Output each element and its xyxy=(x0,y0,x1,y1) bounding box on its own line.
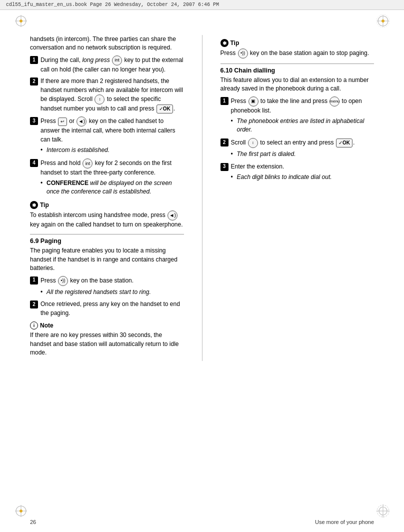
section-69-title: 6.9 Paging xyxy=(30,238,184,244)
header-text: cdl55_ifu_master_en_us.book Page 26 Wedn… xyxy=(6,2,219,8)
page-footer: 26 Use more of your phone xyxy=(0,519,404,525)
note-label: Note xyxy=(40,322,54,329)
substep-list: The first part is dialed. xyxy=(231,150,374,158)
int-button-2: int xyxy=(82,158,92,168)
substep-list: The phonebook entries are listed in alph… xyxy=(231,117,374,134)
substep-list: CONFERENCE will be displayed on the scre… xyxy=(40,179,184,196)
step-number: 1 xyxy=(30,56,38,64)
section-divider-right xyxy=(220,64,374,64)
ok-button-2: ✓OK xyxy=(336,138,352,148)
list-item: 1 Press •)) key on the base station. All… xyxy=(30,276,184,298)
step-number: 3 xyxy=(30,117,38,125)
list-item: Intercom is established. xyxy=(40,146,184,154)
step-number: 2 xyxy=(30,78,38,86)
tip-title: ✱ Tip xyxy=(220,39,374,47)
page-button: •)) xyxy=(58,276,68,286)
corner-mark-bl xyxy=(14,504,28,518)
section-610-intro: This feature allows you to dial an exten… xyxy=(220,76,374,94)
corner-mark-tl xyxy=(14,14,28,28)
list-item: The first part is dialed. xyxy=(231,150,374,158)
paging-steps-list: 1 Press •)) key on the base station. All… xyxy=(30,276,184,318)
page-number: 26 xyxy=(30,519,36,525)
list-item: 2 Scroll ↕ to select an entry and press … xyxy=(220,138,374,160)
call-button: ↩ xyxy=(58,118,67,126)
list-item: 3 Enter the extension. Each digit blinks… xyxy=(220,162,374,182)
note-text: If there are no key presses within 30 se… xyxy=(30,331,184,357)
tip-label: Tip xyxy=(230,40,240,46)
list-item: 4 Press and hold int key for 2 seconds o… xyxy=(30,158,184,197)
step-number: 1 xyxy=(30,276,38,284)
list-item: Each digit blinks to indicate dial out. xyxy=(231,173,374,182)
section-610-title: 6.10 Chain dialling xyxy=(220,67,374,74)
svg-point-7 xyxy=(382,20,384,22)
section-divider xyxy=(30,234,184,234)
note-title: i Note xyxy=(30,322,184,330)
section-69-intro: The paging feature enables you to locate… xyxy=(30,246,184,272)
ok-button: ✓OK xyxy=(156,104,173,114)
tip-text: To establish intercom using handsfree mo… xyxy=(30,210,184,229)
line-button: ▣ xyxy=(248,96,258,106)
speaker-button: ◄) xyxy=(76,116,86,126)
intro-text: handsets (in intercom). The three partie… xyxy=(30,35,184,52)
step-number: 2 xyxy=(220,138,228,146)
list-item: The phonebook entries are listed in alph… xyxy=(231,117,374,134)
chain-dial-steps-list: 1 Press ▣ to take the line and press men… xyxy=(220,96,374,182)
page-header: cdl55_ifu_master_en_us.book Page 26 Wedn… xyxy=(0,0,404,10)
step-number: 3 xyxy=(220,163,228,171)
intercom-steps-list: 1 During the call, long press int key to… xyxy=(30,56,184,197)
right-column: ✱ Tip Press •)) key on the base station … xyxy=(220,35,374,361)
scroll-button: ↕ xyxy=(94,94,104,104)
tip-block-2: ✱ Tip Press •)) key on the base station … xyxy=(220,39,374,58)
tip-block-1: ✱ Tip To establish intercom using handsf… xyxy=(30,201,184,229)
tip-label: Tip xyxy=(40,202,49,208)
list-item: CONFERENCE will be displayed on the scre… xyxy=(40,179,184,196)
page-stop-button: •)) xyxy=(238,48,248,58)
tip-title: ✱ Tip xyxy=(30,201,184,209)
tip-icon: ✱ xyxy=(30,201,38,209)
step-number: 4 xyxy=(30,159,38,167)
substep-list: Each digit blinks to indicate dial out. xyxy=(231,173,374,182)
scroll-btn-2: ↕ xyxy=(248,138,258,148)
column-divider xyxy=(202,35,202,361)
list-item: 1 Press ▣ to take the line and press men… xyxy=(220,96,374,135)
substep-list: Intercom is established. xyxy=(40,146,184,154)
int-button: int xyxy=(112,56,122,66)
note-block: i Note If there are no key presses withi… xyxy=(30,322,184,357)
svg-point-3 xyxy=(20,20,22,22)
svg-point-12 xyxy=(20,510,22,512)
note-icon: i xyxy=(30,322,38,330)
speaker-btn-tip: ◄) xyxy=(168,210,178,220)
step-number: 1 xyxy=(220,97,228,105)
menu-button: menu xyxy=(330,96,340,106)
left-column: handsets (in intercom). The three partie… xyxy=(30,35,184,361)
list-item: All the registered handsets start to rin… xyxy=(40,288,184,296)
list-item: 1 During the call, long press int key to… xyxy=(30,56,184,74)
tip-icon: ✱ xyxy=(220,39,228,47)
list-item: 2 Once retrieved, press any key on the h… xyxy=(30,300,184,318)
corner-mark-tr xyxy=(376,14,390,28)
content-area: handsets (in intercom). The three partie… xyxy=(0,10,404,391)
step-number: 2 xyxy=(30,300,38,308)
substep-list: All the registered handsets start to rin… xyxy=(40,288,184,296)
corner-mark-br xyxy=(376,504,390,518)
footer-text: Use more of your phone xyxy=(315,519,374,525)
list-item: 3 Press ↩ or ◄) key on the called handse… xyxy=(30,116,184,156)
list-item: 2 If there are more than 2 registered ha… xyxy=(30,77,184,114)
tip-text: Press •)) key on the base station again … xyxy=(220,48,374,58)
